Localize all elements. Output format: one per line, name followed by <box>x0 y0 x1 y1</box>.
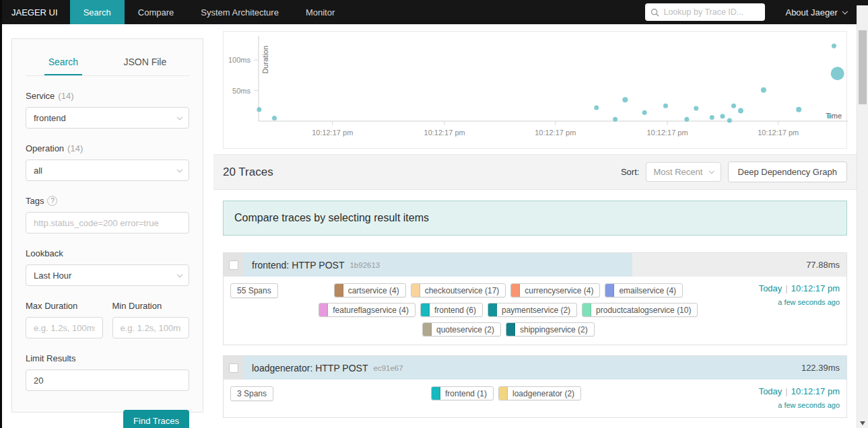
trace-lookup-box[interactable] <box>645 3 765 21</box>
trace-checkbox-cell <box>224 356 244 380</box>
service-field: Service (14) frontend <box>26 91 189 129</box>
service-color-chip <box>488 304 497 316</box>
nav-item-monitor[interactable]: Monitor <box>292 0 348 24</box>
chevron-down-icon <box>176 114 182 120</box>
page-scrollbar[interactable] <box>857 5 868 428</box>
trace-id: ec91e67 <box>373 364 403 372</box>
trace-row-header[interactable]: frontend: HTTP POST1b9261377.88ms <box>224 253 846 277</box>
max-duration-field: Max Duration <box>26 301 103 338</box>
search-sidebar: Search JSON File Service (14) frontend O… <box>11 38 203 413</box>
scrollbar-down-arrow-icon[interactable] <box>860 421 865 425</box>
app-brand[interactable]: JAEGER UI <box>2 0 70 24</box>
trace-scatter-point[interactable] <box>832 44 836 48</box>
trace-scatter-point[interactable] <box>720 114 725 118</box>
nav-menu: SearchCompareSystem ArchitectureMonitor <box>70 0 349 24</box>
service-tag[interactable]: checkoutservice (17) <box>411 283 506 297</box>
trace-scatter-point[interactable] <box>642 110 647 115</box>
max-duration-input[interactable] <box>26 317 103 338</box>
service-tag[interactable]: loadgenerator (2) <box>498 386 581 400</box>
service-tag-label: loadgenerator (2) <box>508 389 580 398</box>
service-tag-label: currencyservice (4) <box>520 286 599 295</box>
chevron-down-icon <box>176 167 182 173</box>
service-color-chip <box>432 387 440 400</box>
nav-item-search[interactable]: Search <box>70 0 125 24</box>
service-color-chip <box>335 284 343 297</box>
trace-scatter-point[interactable] <box>694 106 698 110</box>
trace-scatter-point[interactable] <box>710 115 714 120</box>
service-tag[interactable]: frontend (6) <box>420 303 483 317</box>
service-tag[interactable]: cartservice (4) <box>334 283 406 297</box>
tab-json-file[interactable]: JSON File <box>119 48 170 75</box>
search-icon <box>650 8 659 17</box>
trace-scatter-point[interactable] <box>663 104 668 108</box>
limit-results-label: Limit Results <box>26 353 189 363</box>
scrollbar-thumb[interactable] <box>859 30 867 104</box>
nav-right: About Jaeger <box>645 0 868 24</box>
service-tag[interactable]: paymentservice (2) <box>488 303 577 317</box>
service-tag-label: emailservice (4) <box>614 286 682 295</box>
limit-results-input[interactable] <box>26 369 189 391</box>
trace-scatter-point[interactable] <box>613 117 617 122</box>
duration-scatterplot[interactable]: 50ms100ms10:12:17 pm10:12:17 pm10:12:17 … <box>224 32 850 149</box>
trace-scatter-point[interactable] <box>731 104 736 108</box>
trace-scatter-point[interactable] <box>761 87 766 93</box>
service-tag[interactable]: frontend (1) <box>431 386 494 400</box>
trace-scatter-point[interactable] <box>622 97 628 102</box>
trace-relative-time: a few seconds ago <box>739 298 840 306</box>
find-traces-button[interactable]: Find Traces <box>123 410 189 428</box>
sort-select[interactable]: Most Recent <box>646 162 721 182</box>
nav-item-system-architecture[interactable]: System Architecture <box>187 0 292 24</box>
service-select[interactable]: frontend <box>26 107 189 129</box>
trace-time[interactable]: 10:12:17 pm <box>791 386 840 396</box>
trace-compare-checkbox[interactable] <box>229 363 238 373</box>
nav-item-compare[interactable]: Compare <box>125 0 187 24</box>
trace-time[interactable]: 10:12:17 pm <box>791 283 840 293</box>
deep-dependency-graph-button[interactable]: Deep Dependency Graph <box>728 162 847 182</box>
service-color-chip <box>499 387 508 400</box>
service-color-chip <box>421 304 430 316</box>
span-count-pill: 55 Spans <box>230 283 278 298</box>
tags-input[interactable] <box>26 212 189 234</box>
service-tag[interactable]: currencyservice (4) <box>510 283 600 297</box>
trace-scatter-point[interactable] <box>796 107 801 112</box>
service-tag-label: checkoutservice (17) <box>420 286 506 295</box>
trace-date[interactable]: Today <box>759 386 782 396</box>
trace-scatter-point[interactable] <box>738 108 743 114</box>
trace-count: 20 Traces <box>223 166 273 179</box>
lookback-select[interactable]: Last Hour <box>26 264 189 286</box>
trace-scatter-point[interactable] <box>594 106 599 110</box>
trace-scatter-point[interactable] <box>257 107 261 112</box>
min-duration-input[interactable] <box>112 317 190 338</box>
help-icon[interactable]: ? <box>47 196 57 206</box>
operation-select[interactable]: all <box>26 159 189 181</box>
trace-result-row[interactable]: frontend: HTTP POST1b9261377.88ms55 Span… <box>223 252 847 345</box>
service-tag[interactable]: quoteservice (2) <box>422 322 501 336</box>
service-tag[interactable]: emailservice (4) <box>605 283 683 297</box>
trace-result-list: frontend: HTTP POST1b9261377.88ms55 Span… <box>213 252 857 428</box>
compare-banner-text: Compare traces by selecting result items <box>234 212 429 224</box>
trace-scatter-point[interactable] <box>727 118 732 123</box>
service-tag-label: frontend (1) <box>440 389 493 398</box>
trace-compare-checkbox[interactable] <box>229 260 238 270</box>
service-tag[interactable]: featureflagservice (4) <box>319 303 415 317</box>
trace-result-row[interactable]: loadgenerator: HTTP POSTec91e67122.39ms3… <box>223 355 847 418</box>
sort-select-value: Most Recent <box>653 167 702 177</box>
service-tag[interactable]: shippingservice (2) <box>506 322 595 336</box>
y-axis-title: Duration <box>261 46 269 74</box>
trace-scatter-point[interactable] <box>272 116 277 120</box>
trace-scatter-point[interactable] <box>684 117 689 122</box>
tab-search[interactable]: Search <box>44 48 82 75</box>
tags-field: Tags ? <box>26 196 189 234</box>
about-jaeger-menu[interactable]: About Jaeger <box>785 7 846 17</box>
service-tag[interactable]: productcatalogservice (10) <box>582 303 698 317</box>
lookback-select-value: Last Hour <box>34 271 71 281</box>
trace-scatter-point[interactable] <box>831 67 844 80</box>
trace-scatter-point[interactable] <box>827 114 832 118</box>
trace-date[interactable]: Today <box>759 283 782 293</box>
service-color-chip <box>506 323 515 336</box>
service-tag-label: cartservice (4) <box>343 286 405 295</box>
sidebar-tabs: Search JSON File <box>26 48 189 76</box>
lookback-label: Lookback <box>26 248 189 258</box>
trace-row-header[interactable]: loadgenerator: HTTP POSTec91e67122.39ms <box>224 356 846 380</box>
trace-lookup-input[interactable] <box>663 7 760 17</box>
